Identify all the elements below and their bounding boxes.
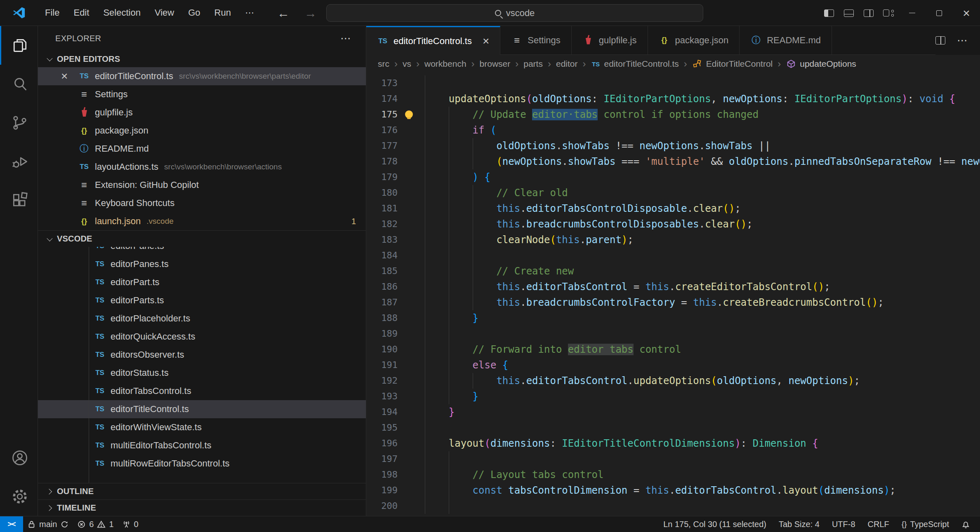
breadcrumb-item[interactable]: workbench: [424, 59, 466, 69]
line-number: 176: [366, 122, 425, 138]
activity-run-debug-icon[interactable]: [0, 142, 38, 181]
indent-guide: [425, 467, 425, 483]
nav-back-icon[interactable]: ←: [277, 0, 290, 26]
activity-source-control-icon[interactable]: [0, 103, 38, 142]
split-editor-icon[interactable]: [935, 36, 945, 45]
menu-run[interactable]: Run: [207, 0, 238, 26]
timeline-section-header[interactable]: TIMELINE: [38, 499, 366, 516]
breadcrumb-item[interactable]: parts: [523, 59, 543, 69]
activity-search-icon[interactable]: [0, 65, 38, 103]
tree-item[interactable]: TSeditorPanes.ts: [38, 255, 366, 273]
problems-status[interactable]: 6 1: [73, 516, 118, 532]
titlebar-controls: ×: [819, 0, 980, 26]
tree-item[interactable]: TSeditorPlaceholder.ts: [38, 309, 366, 328]
minimize-button[interactable]: [898, 0, 926, 26]
open-editor-item[interactable]: ⓘREADME.md: [38, 140, 366, 158]
line-number: 178: [366, 154, 425, 169]
breadcrumb-item[interactable]: editor: [556, 59, 578, 69]
open-editor-item[interactable]: gulpfile.js: [38, 103, 366, 122]
tree-item[interactable]: TSeditorQuickAccess.ts: [38, 328, 366, 346]
tab-size[interactable]: Tab Size: 4: [775, 516, 824, 532]
close-icon[interactable]: ×: [61, 70, 68, 82]
activity-accounts-icon[interactable]: [0, 438, 38, 477]
open-editor-item[interactable]: ×TSeditorTitleControl.tssrc\vs\workbench…: [38, 67, 366, 85]
menu-edit[interactable]: Edit: [66, 0, 96, 26]
encoding[interactable]: UTF-8: [828, 516, 860, 532]
close-icon[interactable]: ×: [483, 35, 489, 47]
toggle-panel-button[interactable]: [839, 0, 859, 26]
open-editor-item[interactable]: {}launch.json.vscode1: [38, 212, 366, 230]
tree-item[interactable]: TSeditorPart.ts: [38, 273, 366, 291]
code-line: 174updateOptions(oldOptions: IEditorPart…: [366, 91, 980, 107]
tree-item[interactable]: TSmultiRowEditorTabsControl.ts: [38, 455, 366, 473]
breadcrumb-item[interactable]: EditorTitleControl: [692, 59, 773, 69]
line-number: 189: [366, 326, 425, 342]
command-center-search[interactable]: vscode: [326, 4, 703, 22]
indent-guide: [425, 107, 425, 122]
maximize-button[interactable]: [926, 0, 953, 26]
more-actions-icon[interactable]: ⋯: [957, 34, 968, 47]
cursor-position[interactable]: Ln 175, Col 30 (11 selected): [659, 516, 770, 532]
line-number: 184: [366, 248, 425, 263]
language-mode[interactable]: {} TypeScript: [898, 516, 953, 532]
indent-guide: [425, 169, 425, 185]
close-button[interactable]: ×: [953, 0, 980, 26]
open-editor-item[interactable]: TSlayoutActions.tssrc\vs\workbench\brows…: [38, 158, 366, 176]
branch-status[interactable]: main: [23, 516, 73, 532]
open-editor-item[interactable]: {}package.json: [38, 122, 366, 140]
indent-guide: [425, 342, 425, 357]
tree-item[interactable]: TSeditorWithViewState.ts: [38, 418, 366, 436]
breadcrumb-item[interactable]: vs: [403, 59, 411, 69]
menu-view[interactable]: View: [148, 0, 181, 26]
outline-section-header[interactable]: OUTLINE: [38, 483, 366, 499]
breadcrumb-item[interactable]: browser: [480, 59, 511, 69]
badge: 1: [351, 217, 366, 226]
tree-item[interactable]: TSeditorTitleControl.ts: [38, 400, 366, 418]
tab-editorTitleControl.ts[interactable]: TSeditorTitleControl.ts×: [366, 26, 500, 55]
activity-settings-gear-icon[interactable]: [0, 477, 38, 516]
menu-more[interactable]: ⋯: [238, 0, 261, 26]
toggle-secondary-sidebar-button[interactable]: [859, 0, 879, 26]
status-right: Ln 175, Col 30 (11 selected) Tab Size: 4…: [659, 516, 980, 532]
file-name: editorQuickAccess.ts: [111, 331, 195, 342]
tree-item[interactable]: TSeditorsObserver.ts: [38, 346, 366, 364]
activity-extensions-icon[interactable]: [0, 181, 38, 220]
toggle-sidebar-button[interactable]: [819, 0, 839, 26]
project-section-header[interactable]: VSCODE: [38, 230, 366, 247]
menu-selection[interactable]: Selection: [96, 0, 148, 26]
open-editor-item[interactable]: ≡Keyboard Shortcuts: [38, 194, 366, 212]
menu-go[interactable]: Go: [181, 0, 207, 26]
list-icon: ≡: [78, 179, 90, 191]
tab-gulpfile.js[interactable]: gulpfile.js: [572, 26, 648, 54]
open-editors-section-header[interactable]: OPEN EDITORS: [38, 51, 366, 67]
tab-README.md[interactable]: ⓘREADME.md: [740, 26, 832, 54]
tab-Settings[interactable]: ≡Settings: [500, 26, 572, 54]
tree-item[interactable]: TSeditorParts.ts: [38, 291, 366, 309]
menu-file[interactable]: File: [38, 0, 66, 26]
line-number: 199: [366, 483, 425, 498]
lightbulb-icon[interactable]: [405, 110, 413, 118]
eol[interactable]: CRLF: [864, 516, 893, 532]
file-tree: TSeditorPane.tsTSeditorPanes.tsTSeditorP…: [38, 247, 366, 483]
ports-status[interactable]: 0: [118, 516, 143, 532]
activity-explorer-icon[interactable]: [0, 26, 38, 65]
open-editor-item[interactable]: ≡Extension: GitHub Copilot: [38, 176, 366, 194]
breadcrumb-item[interactable]: updateOptions: [786, 59, 856, 69]
tab-package.json[interactable]: {}package.json: [648, 26, 740, 54]
remote-indicator[interactable]: ><: [0, 516, 23, 532]
breadcrumb-item[interactable]: TSeditorTitleControl.ts: [591, 59, 678, 69]
open-editor-item[interactable]: ≡Settings: [38, 85, 366, 103]
tree-item[interactable]: TSmultiEditorTabsControl.ts: [38, 436, 366, 455]
nav-forward-icon[interactable]: →: [304, 0, 317, 26]
customize-layout-button[interactable]: [879, 0, 898, 26]
tree-item[interactable]: TSeditorTabsControl.ts: [38, 382, 366, 400]
line-number: 183: [366, 232, 425, 248]
sidebar-more-icon[interactable]: ⋯: [340, 32, 352, 45]
tree-item[interactable]: TSeditorStatus.ts: [38, 364, 366, 382]
breadcrumb-item[interactable]: src: [378, 59, 389, 69]
code-editor[interactable]: 173174updateOptions(oldOptions: IEditorP…: [366, 73, 980, 516]
tree-item[interactable]: TSeditorPane.ts: [38, 247, 366, 255]
ts-icon: TS: [591, 59, 601, 69]
search-value: vscode: [506, 8, 535, 19]
notifications[interactable]: [957, 516, 974, 532]
